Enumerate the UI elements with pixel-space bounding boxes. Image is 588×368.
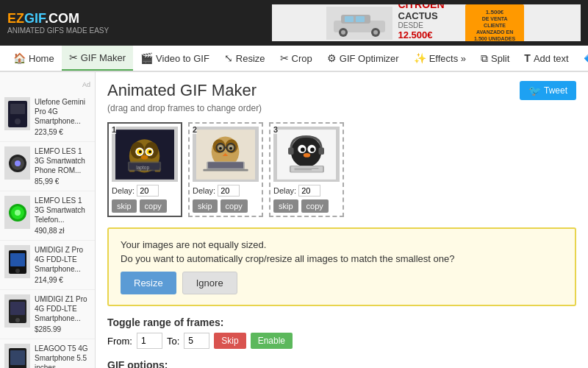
nav-effects[interactable]: ✨ Effects » xyxy=(406,46,473,70)
frame-buttons-3: skip copy xyxy=(273,199,340,213)
delay-input-1[interactable] xyxy=(137,185,159,197)
frame-delay-2: Delay: xyxy=(193,185,259,197)
to-label: To: xyxy=(167,336,179,347)
svg-rect-24 xyxy=(10,350,25,365)
svg-point-10 xyxy=(15,118,21,124)
tweet-button[interactable]: 🐦 Tweet xyxy=(520,81,576,100)
svg-point-19 xyxy=(15,269,20,273)
svg-point-63 xyxy=(304,153,310,158)
product-name: LEAGOO T5 4G Smartphone 5.5 inches... xyxy=(35,344,90,368)
product-name: LEMFO LES 1 3G Smartwatch Phone ROM... xyxy=(35,146,90,175)
page-title: Animated GIF Maker xyxy=(107,81,576,100)
delay-input-2[interactable] xyxy=(218,185,240,197)
frame-image-3 xyxy=(273,127,340,182)
nav-crop[interactable]: ✂ Crop xyxy=(273,46,320,70)
logo: EZGIF.COM ANIMATED GIFS MADE EASY xyxy=(7,11,109,35)
from-input[interactable] xyxy=(137,333,162,349)
header-advertisement: CITROËN CACTUS DESDE 12.500€ #citroënmad… xyxy=(272,4,581,41)
list-item[interactable]: UMIDIGI Z1 Pro 4G FDD-LTE Smartphone... … xyxy=(0,290,95,339)
svg-point-35 xyxy=(148,150,151,153)
product-name: UMIDIGI Z Pro 4G FDD-LTE Smartphone... xyxy=(35,245,90,274)
svg-rect-56 xyxy=(203,169,248,171)
product-image xyxy=(4,344,30,368)
gif-options-section: GIF options: Delay time: (in 1/100 of se… xyxy=(107,359,576,368)
ad-model: CACTUS xyxy=(398,10,460,21)
svg-point-36 xyxy=(141,155,148,159)
ignore-button[interactable]: Ignore xyxy=(182,272,237,294)
promo-amount: 1.500€ xyxy=(486,9,503,15)
from-label: From: xyxy=(107,336,132,347)
frame-2[interactable]: 2 xyxy=(188,122,263,217)
range-controls: From: To: Skip Enable xyxy=(107,333,576,349)
toggle-range-title: Toggle range of frames: xyxy=(107,316,576,328)
list-item[interactable]: LEMFO LES 1 3G Smartwatch Telefon... 490… xyxy=(0,191,95,241)
product-info: UMIDIGI Z1 Pro 4G FDD-LTE Smartphone... … xyxy=(35,294,90,334)
nav-webp[interactable]: 🔷 WebP xyxy=(576,46,588,70)
frame-buttons-1: skip copy xyxy=(112,199,178,213)
product-name: UMIDIGI Z1 Pro 4G FDD-LTE Smartphone... xyxy=(35,294,90,323)
range-enable-button[interactable]: Enable xyxy=(251,333,293,349)
svg-rect-18 xyxy=(10,253,25,266)
logo-ez: EZ xyxy=(7,11,24,26)
page-subtitle: (drag and drop frames to change order) xyxy=(107,103,576,113)
frame-image-2 xyxy=(193,127,259,182)
frame-delay-1: Delay: xyxy=(112,185,178,197)
nav-home[interactable]: 🏠 Home xyxy=(6,46,62,70)
list-item[interactable]: UMIDIGI Z Pro 4G FDD-LTE Smartphone... 2… xyxy=(0,241,95,290)
list-item[interactable]: LEAGOO T5 4G Smartphone 5.5 inches... CA… xyxy=(0,339,95,368)
nav-split[interactable]: ⧉ Split xyxy=(473,46,517,71)
delay-label-3: Delay: xyxy=(273,186,296,195)
nav-gif-maker[interactable]: ✂ GIF Maker xyxy=(62,46,133,71)
logo-gif: GIF xyxy=(24,11,45,26)
warning-line1: Your images are not equally sized. xyxy=(121,239,563,250)
svg-rect-6 xyxy=(345,16,354,22)
frame-3[interactable]: 3 xyxy=(269,122,344,217)
list-item[interactable]: LEMFO LES 1 3G Smartwatch Phone ROM... 8… xyxy=(0,142,95,191)
product-price: 214,99 € xyxy=(35,275,90,285)
warning-line2: Do you want to automatically crop/resize… xyxy=(121,253,563,264)
nav-crop-label: Crop xyxy=(292,53,312,64)
nav-gif-optimizer[interactable]: ⚙ GIF Optimizer xyxy=(320,46,406,70)
nav-add-text[interactable]: T Add text xyxy=(517,46,576,70)
svg-rect-65 xyxy=(318,147,324,154)
product-info: UMIDIGI Z Pro 4G FDD-LTE Smartphone... 2… xyxy=(35,245,90,285)
frame-number-3: 3 xyxy=(273,125,278,134)
warning-box: Your images are not equally sized. Do yo… xyxy=(107,227,576,306)
range-skip-button[interactable]: Skip xyxy=(214,333,245,349)
copy-button-3[interactable]: copy xyxy=(301,199,329,213)
gif-options-title: GIF options: xyxy=(107,359,576,368)
delay-input-3[interactable] xyxy=(298,185,320,197)
product-image xyxy=(4,97,30,130)
copy-button-1[interactable]: copy xyxy=(140,199,167,213)
svg-point-4 xyxy=(341,30,345,35)
sidebar-ad-label: Ad xyxy=(0,77,95,93)
nav-video-label: Video to GIF xyxy=(156,53,209,64)
nav-gif-maker-label: GIF Maker xyxy=(81,52,126,63)
skip-button-3[interactable]: skip xyxy=(273,199,298,213)
car-image xyxy=(326,7,392,40)
product-price: 490,88 zł xyxy=(35,226,90,236)
svg-rect-7 xyxy=(356,16,365,22)
svg-text:laptop: laptop xyxy=(136,164,149,170)
product-image xyxy=(4,294,30,328)
twitter-bird-icon: 🐦 xyxy=(528,85,541,96)
product-info: LEAGOO T5 4G Smartphone 5.5 inches... CA… xyxy=(35,344,90,368)
sidebar: Ad Ulefone Gemini Pro 4G Smartphone... 2… xyxy=(0,72,96,368)
nav-resize[interactable]: ⤡ Resize xyxy=(217,46,273,70)
text-icon: T xyxy=(524,52,531,64)
list-item[interactable]: Ulefone Gemini Pro 4G Smartphone... 223,… xyxy=(0,93,95,142)
frame-1[interactable]: 1 xyxy=(107,122,182,217)
skip-button-1[interactable]: skip xyxy=(112,199,137,213)
nav-video-to-gif[interactable]: 🎬 Video to GIF xyxy=(133,46,217,70)
delay-label-1: Delay: xyxy=(112,186,135,195)
resize-button[interactable]: Resize xyxy=(121,272,176,294)
product-info: Ulefone Gemini Pro 4G Smartphone... 223,… xyxy=(35,97,90,137)
product-price: $285.99 xyxy=(35,325,90,334)
copy-button-2[interactable]: copy xyxy=(220,199,248,213)
nav-add-text-label: Add text xyxy=(534,53,569,64)
warning-buttons: Resize Ignore xyxy=(121,272,563,294)
nav-split-label: Split xyxy=(491,53,509,64)
logo-com: .COM xyxy=(45,11,79,26)
to-input[interactable] xyxy=(184,333,209,349)
skip-button-2[interactable]: skip xyxy=(193,199,218,213)
